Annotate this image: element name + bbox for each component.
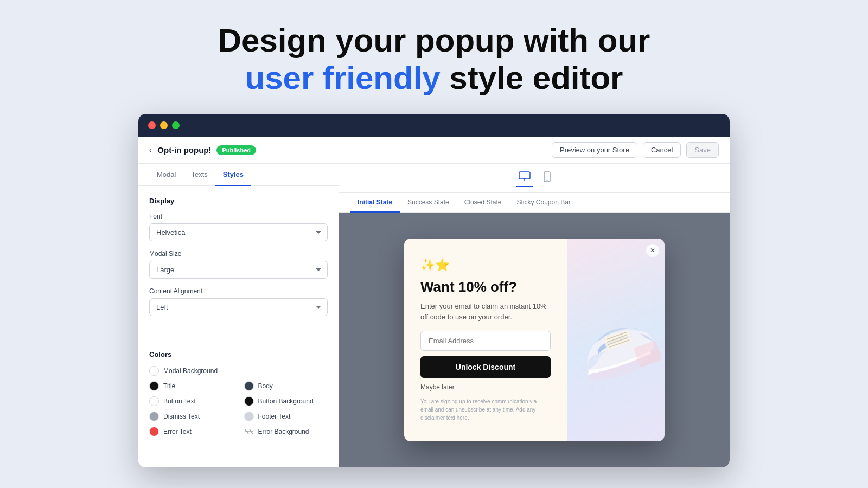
swatch-button-bg[interactable] <box>244 396 254 406</box>
right-panel: Initial State Success State Closed State… <box>339 164 730 467</box>
popup-left: ✨⭐ Want 10% off? Enter your email to cla… <box>404 239 567 441</box>
color-body: Body <box>244 381 328 391</box>
state-tabs: Initial State Success State Closed State… <box>339 193 730 213</box>
display-title: Display <box>149 197 328 205</box>
preview-button[interactable]: Preview on your Store <box>552 142 637 158</box>
swatch-footer-text[interactable] <box>244 412 254 421</box>
popup-right-image <box>567 239 665 441</box>
tab-styles[interactable]: Styles <box>215 164 251 186</box>
swatch-error-text[interactable] <box>149 427 159 436</box>
color-col-right: Body Button Background Footer Text <box>244 381 328 436</box>
color-label-button-bg: Button Background <box>258 397 314 405</box>
tab-initial-state[interactable]: Initial State <box>350 193 400 213</box>
font-field-group: Font Helvetica Arial Georgia <box>149 213 328 241</box>
color-label-modal-bg: Modal Background <box>163 367 218 375</box>
popup-close-button[interactable]: ✕ <box>646 244 659 257</box>
modal-size-field-group: Modal Size Large Medium Small <box>149 250 328 279</box>
tab-sticky-coupon[interactable]: Sticky Coupon Bar <box>509 193 578 213</box>
headline-line1: Design your popup with our <box>218 22 650 59</box>
save-button[interactable]: Save <box>686 142 719 158</box>
headline-blue: user friendly <box>245 60 441 96</box>
color-label-error-text: Error Text <box>163 428 192 435</box>
dot-green[interactable] <box>172 121 180 129</box>
color-button-bg: Button Background <box>244 396 328 406</box>
font-select[interactable]: Helvetica Arial Georgia <box>149 223 328 241</box>
top-bar-right: Preview on your Store Cancel Save <box>552 142 719 158</box>
svg-point-7 <box>546 180 547 181</box>
preview-area: ✕ ✨⭐ Want 10% off? Enter your email to c… <box>339 213 730 467</box>
top-bar: ‹ Opt-in popup! Published Preview on you… <box>138 137 730 164</box>
content-alignment-label: Content Alignment <box>149 287 328 295</box>
cancel-button[interactable]: Cancel <box>643 142 681 158</box>
page-title: Opt-in popup! <box>157 145 211 155</box>
tab-texts[interactable]: Texts <box>183 164 215 186</box>
dot-yellow[interactable] <box>160 121 168 129</box>
color-button-text: Button Text <box>149 396 233 406</box>
popup-cta-button[interactable]: Unlock Discount <box>420 356 551 378</box>
color-label-dismiss-text: Dismiss Text <box>163 413 200 420</box>
tab-modal[interactable]: Modal <box>149 164 183 186</box>
swatch-error-bg[interactable] <box>244 427 254 436</box>
swatch-title[interactable] <box>149 381 159 391</box>
popup-icon: ✨⭐ <box>420 258 551 272</box>
popup-email-input[interactable] <box>420 331 551 351</box>
swatch-modal-bg[interactable] <box>149 366 159 376</box>
color-label-title: Title <box>163 382 175 390</box>
swatch-button-text[interactable] <box>149 396 159 406</box>
app-content: ‹ Opt-in popup! Published Preview on you… <box>138 137 730 467</box>
color-label-button-text: Button Text <box>163 397 196 405</box>
popup-subtitle: Enter your email to claim an instant 10%… <box>420 301 551 322</box>
modal-size-label: Modal Size <box>149 250 328 258</box>
headline-rest: style editor <box>441 60 623 96</box>
swatch-dismiss-text[interactable] <box>149 412 159 421</box>
popup-title: Want 10% off? <box>420 279 551 296</box>
published-badge: Published <box>216 145 256 155</box>
main-layout: Modal Texts Styles Display Font Helvetic… <box>138 164 730 467</box>
color-label-body: Body <box>258 382 273 390</box>
popup-maybe-later[interactable]: Maybe later <box>420 383 551 391</box>
left-panel: Modal Texts Styles Display Font Helvetic… <box>138 164 339 467</box>
tab-closed-state[interactable]: Closed State <box>457 193 509 213</box>
swatch-body[interactable] <box>244 381 254 391</box>
mobile-icon[interactable] <box>541 169 553 187</box>
color-error-text: Error Text <box>149 427 233 436</box>
color-footer-text: Footer Text <box>244 412 328 421</box>
desktop-icon[interactable] <box>516 169 533 187</box>
back-button[interactable]: ‹ <box>149 145 152 155</box>
content-alignment-select[interactable]: Left Center Right <box>149 298 328 316</box>
font-label: Font <box>149 213 328 220</box>
sneaker-illustration <box>567 273 665 407</box>
color-error-bg: Error Background <box>244 427 328 436</box>
top-bar-left: ‹ Opt-in popup! Published <box>149 145 256 155</box>
colors-title: Colors <box>149 350 328 358</box>
color-label-error-bg: Error Background <box>258 428 309 435</box>
popup-modal: ✕ ✨⭐ Want 10% off? Enter your email to c… <box>404 239 665 441</box>
tab-success-state[interactable]: Success State <box>400 193 457 213</box>
modal-size-select[interactable]: Large Medium Small <box>149 261 328 279</box>
color-dismiss-text: Dismiss Text <box>149 412 233 421</box>
divider <box>138 336 339 336</box>
headline: Design your popup with our user friendly… <box>218 22 650 97</box>
colors-section: Colors Modal Background Title <box>138 342 339 445</box>
dot-red[interactable] <box>148 121 156 129</box>
color-col-left: Title Button Text Dismiss Text <box>149 381 233 436</box>
content-alignment-field-group: Content Alignment Left Center Right <box>149 287 328 316</box>
color-modal-bg: Modal Background <box>149 366 328 376</box>
display-section: Display Font Helvetica Arial Georgia Mod… <box>138 186 339 330</box>
color-label-footer-text: Footer Text <box>258 413 291 420</box>
device-selector <box>339 164 730 193</box>
browser-titlebar <box>138 114 730 137</box>
color-title: Title <box>149 381 233 391</box>
browser-window: ‹ Opt-in popup! Published Preview on you… <box>138 114 730 467</box>
left-tabs: Modal Texts Styles <box>138 164 339 186</box>
color-grid: Title Button Text Dismiss Text <box>149 381 328 436</box>
svg-rect-3 <box>519 172 530 179</box>
popup-disclaimer: You are signing up to receive communicat… <box>420 397 551 422</box>
